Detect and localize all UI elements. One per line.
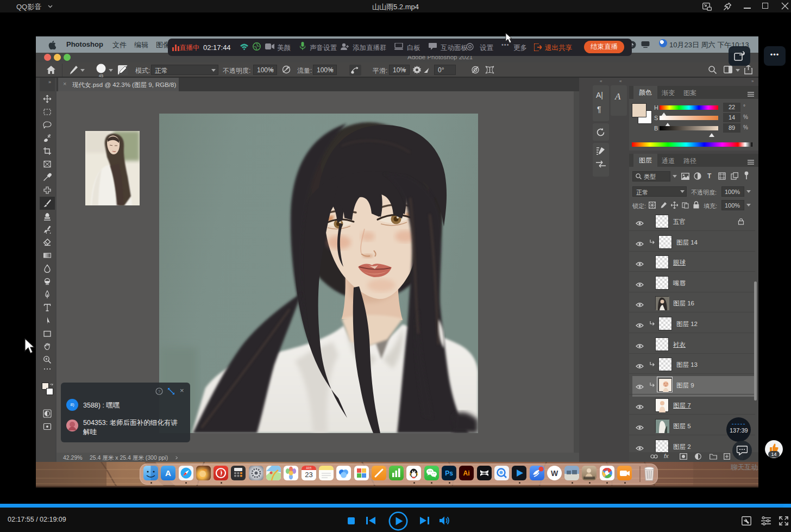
svg-text:?: ? [158,389,161,394]
svg-text:45: 45 [99,73,103,78]
